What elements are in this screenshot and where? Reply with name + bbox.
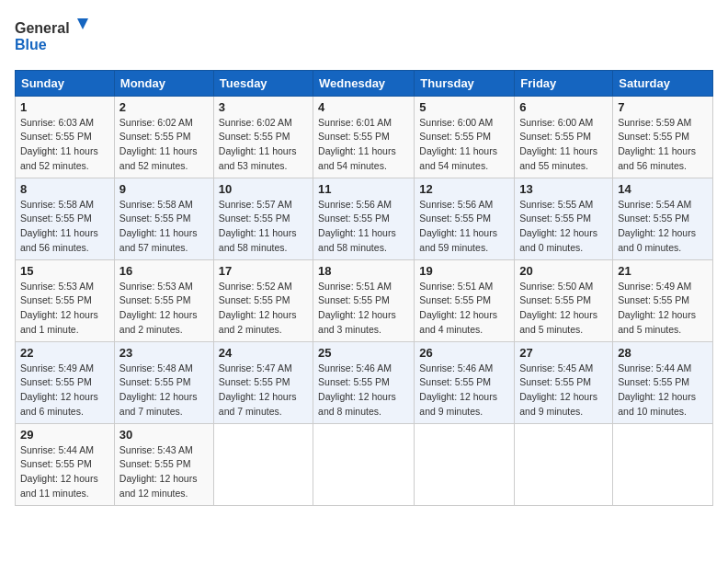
- day-number: 17: [219, 264, 308, 278]
- day-cell: 16Sunrise: 5:53 AMSunset: 5:55 PMDayligh…: [114, 259, 213, 341]
- day-cell: 15Sunrise: 5:53 AMSunset: 5:55 PMDayligh…: [16, 259, 115, 341]
- day-info: Sunrise: 5:46 AMSunset: 5:55 PMDaylight:…: [318, 362, 409, 419]
- day-info: Sunrise: 5:53 AMSunset: 5:55 PMDaylight:…: [119, 280, 209, 338]
- header-row: SundayMondayTuesdayWednesdayThursdayFrid…: [16, 70, 713, 96]
- day-info: Sunrise: 6:03 AMSunset: 5:55 PMDaylight:…: [20, 116, 109, 174]
- column-header-monday: Monday: [114, 70, 213, 96]
- column-header-wednesday: Wednesday: [313, 70, 415, 96]
- day-info: Sunrise: 5:59 AMSunset: 5:55 PMDaylight:…: [618, 116, 708, 174]
- day-number: 16: [119, 264, 209, 278]
- day-number: 12: [419, 182, 509, 196]
- day-number: 25: [318, 346, 409, 360]
- day-cell: 29Sunrise: 5:44 AMSunset: 5:55 PMDayligh…: [16, 423, 115, 505]
- column-header-tuesday: Tuesday: [213, 70, 313, 96]
- day-info: Sunrise: 5:44 AMSunset: 5:55 PMDaylight:…: [618, 362, 708, 419]
- day-number: 27: [519, 346, 608, 360]
- day-info: Sunrise: 6:02 AMSunset: 5:55 PMDaylight:…: [119, 116, 209, 174]
- day-number: 19: [419, 264, 509, 278]
- day-cell: 27Sunrise: 5:45 AMSunset: 5:55 PMDayligh…: [515, 341, 613, 423]
- day-cell: 9Sunrise: 5:58 AMSunset: 5:55 PMDaylight…: [114, 178, 213, 259]
- day-cell: 3Sunrise: 6:02 AMSunset: 5:55 PMDaylight…: [213, 96, 313, 178]
- svg-text:General: General: [15, 20, 70, 36]
- svg-marker-2: [77, 18, 88, 29]
- day-cell: 28Sunrise: 5:44 AMSunset: 5:55 PMDayligh…: [613, 341, 713, 423]
- day-cell: 13Sunrise: 5:55 AMSunset: 5:55 PMDayligh…: [515, 178, 613, 259]
- day-cell: [515, 423, 613, 505]
- day-cell: 24Sunrise: 5:47 AMSunset: 5:55 PMDayligh…: [213, 341, 313, 423]
- day-info: Sunrise: 5:43 AMSunset: 5:55 PMDaylight:…: [119, 443, 209, 501]
- day-number: 11: [318, 182, 409, 196]
- day-cell: 23Sunrise: 5:48 AMSunset: 5:55 PMDayligh…: [114, 341, 213, 423]
- day-number: 10: [219, 182, 308, 196]
- day-cell: 19Sunrise: 5:51 AMSunset: 5:55 PMDayligh…: [415, 259, 515, 341]
- day-info: Sunrise: 5:44 AMSunset: 5:55 PMDaylight:…: [20, 443, 109, 501]
- day-number: 29: [20, 428, 109, 442]
- day-info: Sunrise: 5:47 AMSunset: 5:55 PMDaylight:…: [219, 362, 308, 419]
- day-info: Sunrise: 5:53 AMSunset: 5:55 PMDaylight:…: [20, 280, 109, 338]
- day-info: Sunrise: 5:49 AMSunset: 5:55 PMDaylight:…: [618, 280, 708, 338]
- day-info: Sunrise: 6:00 AMSunset: 5:55 PMDaylight:…: [419, 116, 509, 174]
- day-number: 14: [618, 182, 708, 196]
- day-info: Sunrise: 5:52 AMSunset: 5:55 PMDaylight:…: [219, 280, 308, 338]
- column-header-sunday: Sunday: [16, 70, 115, 96]
- week-row-3: 15Sunrise: 5:53 AMSunset: 5:55 PMDayligh…: [16, 259, 713, 341]
- column-header-friday: Friday: [515, 70, 613, 96]
- day-number: 15: [20, 264, 109, 278]
- day-info: Sunrise: 5:58 AMSunset: 5:55 PMDaylight:…: [20, 198, 109, 256]
- day-number: 21: [618, 264, 708, 278]
- day-info: Sunrise: 5:56 AMSunset: 5:55 PMDaylight:…: [419, 198, 509, 256]
- day-cell: 11Sunrise: 5:56 AMSunset: 5:55 PMDayligh…: [313, 178, 415, 259]
- day-cell: 22Sunrise: 5:49 AMSunset: 5:55 PMDayligh…: [16, 341, 115, 423]
- day-cell: 7Sunrise: 5:59 AMSunset: 5:55 PMDaylight…: [613, 96, 713, 178]
- day-cell: 30Sunrise: 5:43 AMSunset: 5:55 PMDayligh…: [114, 423, 213, 505]
- day-info: Sunrise: 5:54 AMSunset: 5:55 PMDaylight:…: [618, 198, 708, 256]
- day-number: 9: [119, 182, 209, 196]
- day-number: 24: [219, 346, 308, 360]
- day-cell: 10Sunrise: 5:57 AMSunset: 5:55 PMDayligh…: [213, 178, 313, 259]
- day-info: Sunrise: 5:45 AMSunset: 5:55 PMDaylight:…: [519, 362, 608, 419]
- day-cell: 1Sunrise: 6:03 AMSunset: 5:55 PMDaylight…: [16, 96, 115, 178]
- day-cell: 17Sunrise: 5:52 AMSunset: 5:55 PMDayligh…: [213, 259, 313, 341]
- day-info: Sunrise: 5:50 AMSunset: 5:55 PMDaylight:…: [519, 280, 608, 338]
- day-info: Sunrise: 5:57 AMSunset: 5:55 PMDaylight:…: [219, 198, 308, 256]
- day-number: 20: [519, 264, 608, 278]
- day-number: 6: [519, 100, 608, 114]
- day-info: Sunrise: 5:49 AMSunset: 5:55 PMDaylight:…: [20, 362, 109, 419]
- week-row-2: 8Sunrise: 5:58 AMSunset: 5:55 PMDaylight…: [16, 178, 713, 259]
- day-number: 26: [419, 346, 509, 360]
- day-cell: [613, 423, 713, 505]
- day-info: Sunrise: 5:58 AMSunset: 5:55 PMDaylight:…: [119, 198, 209, 256]
- logo-svg: General Blue: [15, 15, 97, 55]
- day-cell: 4Sunrise: 6:01 AMSunset: 5:55 PMDaylight…: [313, 96, 415, 178]
- day-number: 1: [20, 100, 109, 114]
- column-header-thursday: Thursday: [415, 70, 515, 96]
- column-header-saturday: Saturday: [613, 70, 713, 96]
- day-number: 4: [318, 100, 409, 114]
- day-number: 30: [119, 428, 209, 442]
- page-header: General Blue: [15, 15, 713, 59]
- logo: General Blue: [15, 15, 97, 59]
- day-cell: 2Sunrise: 6:02 AMSunset: 5:55 PMDaylight…: [114, 96, 213, 178]
- day-cell: [213, 423, 313, 505]
- day-info: Sunrise: 5:55 AMSunset: 5:55 PMDaylight:…: [519, 198, 608, 256]
- day-cell: 26Sunrise: 5:46 AMSunset: 5:55 PMDayligh…: [415, 341, 515, 423]
- day-info: Sunrise: 5:56 AMSunset: 5:55 PMDaylight:…: [318, 198, 409, 256]
- day-cell: 12Sunrise: 5:56 AMSunset: 5:55 PMDayligh…: [415, 178, 515, 259]
- day-number: 13: [519, 182, 608, 196]
- day-info: Sunrise: 5:46 AMSunset: 5:55 PMDaylight:…: [419, 362, 509, 419]
- day-cell: 5Sunrise: 6:00 AMSunset: 5:55 PMDaylight…: [415, 96, 515, 178]
- week-row-4: 22Sunrise: 5:49 AMSunset: 5:55 PMDayligh…: [16, 341, 713, 423]
- day-cell: 18Sunrise: 5:51 AMSunset: 5:55 PMDayligh…: [313, 259, 415, 341]
- day-info: Sunrise: 6:00 AMSunset: 5:55 PMDaylight:…: [519, 116, 608, 174]
- day-number: 23: [119, 346, 209, 360]
- week-row-1: 1Sunrise: 6:03 AMSunset: 5:55 PMDaylight…: [16, 96, 713, 178]
- day-number: 22: [20, 346, 109, 360]
- day-number: 28: [618, 346, 708, 360]
- logo-text: General Blue: [15, 15, 97, 59]
- day-number: 18: [318, 264, 409, 278]
- day-cell: 6Sunrise: 6:00 AMSunset: 5:55 PMDaylight…: [515, 96, 613, 178]
- day-cell: [313, 423, 415, 505]
- day-cell: 21Sunrise: 5:49 AMSunset: 5:55 PMDayligh…: [613, 259, 713, 341]
- day-info: Sunrise: 5:51 AMSunset: 5:55 PMDaylight:…: [318, 280, 409, 338]
- day-info: Sunrise: 6:02 AMSunset: 5:55 PMDaylight:…: [219, 116, 308, 174]
